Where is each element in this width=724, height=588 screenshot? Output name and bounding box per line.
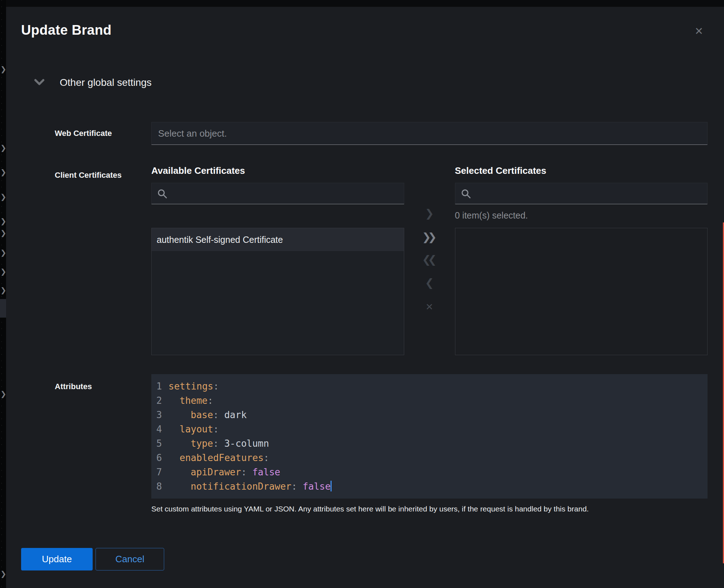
available-search-input[interactable] — [152, 183, 404, 204]
code-line: 5type: 3-column — [156, 436, 708, 451]
available-search-box — [151, 183, 404, 204]
chevron-right-icon: ❯ — [0, 217, 6, 225]
chevron-right-icon: ❯ — [0, 390, 6, 397]
page-title: Update Brand — [21, 22, 112, 38]
update-button[interactable]: Update — [21, 548, 93, 570]
chevron-right-icon: ❯ — [0, 570, 6, 577]
chevron-right-icon: ❯ — [0, 286, 6, 294]
chevron-right-icon: ❯ — [0, 168, 6, 176]
selected-status: 0 item(s) selected. — [455, 210, 708, 221]
selected-pane: Selected Certificates 0 item(s) selected… — [455, 165, 708, 355]
transfer-controls: ❯❯❯❮❮❮✕ — [404, 165, 455, 355]
brand-form: Web Certificate Client Certificates Avai… — [55, 122, 708, 514]
move-all-left-button[interactable]: ❮❮ — [419, 253, 440, 266]
code-line: 4layout: — [156, 422, 708, 436]
attributes-field: 1settings:2theme:3base: dark4layout:5typ… — [151, 374, 708, 514]
chevron-right-icon: ❯ — [0, 229, 6, 236]
section-toggle-other-global-settings[interactable]: Other global settings — [34, 77, 152, 88]
selected-certificates-header: Selected Certificates — [455, 165, 708, 176]
web-certificate-input[interactable] — [151, 122, 708, 145]
close-icon: ✕ — [695, 25, 703, 37]
available-list[interactable]: authentik Self-signed Certificate — [151, 228, 404, 355]
section-label: Other global settings — [60, 77, 152, 88]
available-certificates-header: Available Certificates — [151, 165, 404, 176]
close-button[interactable]: ✕ — [695, 26, 703, 36]
chevron-right-icon: ❯ — [0, 268, 6, 275]
chevron-down-icon — [34, 79, 45, 87]
code-line: 1settings: — [156, 379, 708, 393]
move-selected-left-button[interactable]: ❮ — [419, 276, 440, 289]
selected-list[interactable] — [455, 228, 708, 355]
chevron-right-icon: ❯ — [0, 144, 6, 151]
code-line: 2theme: — [156, 393, 708, 408]
modal-footer: Update Cancel — [21, 548, 708, 570]
attributes-row: Attributes 1settings:2theme:3base: dark4… — [55, 374, 708, 514]
web-certificate-row: Web Certificate — [55, 122, 708, 145]
modal-header: Update Brand ✕ — [21, 22, 708, 38]
chevron-right-icon: ❯ — [0, 193, 6, 200]
client-certificates-row: Client Certificates Available Certificat… — [55, 165, 708, 355]
code-line: 6enabledFeatures: — [156, 451, 708, 465]
update-brand-modal: Update Brand ✕ Other global settings Web… — [6, 7, 724, 588]
attributes-help-text: Set custom attributes using YAML or JSON… — [151, 504, 708, 514]
code-line: 3base: dark — [156, 408, 708, 422]
attributes-editor-code[interactable]: 1settings:2theme:3base: dark4layout:5typ… — [151, 374, 708, 499]
cancel-button[interactable]: Cancel — [96, 548, 164, 570]
certificate-list-item[interactable]: authentik Self-signed Certificate — [152, 228, 404, 251]
remove-all-button[interactable]: ✕ — [419, 300, 440, 313]
move-all-right-button[interactable]: ❯❯ — [419, 231, 440, 244]
available-pane: Available Certificates authentik Self-si… — [151, 165, 404, 355]
dual-list-selector: Available Certificates authentik Self-si… — [151, 165, 708, 355]
move-selected-right-button[interactable]: ❯ — [419, 207, 440, 220]
selected-search-box — [455, 183, 708, 204]
code-line: 7apiDrawer: false — [156, 465, 708, 479]
text-cursor — [331, 481, 332, 491]
chevron-right-icon: ❯ — [0, 65, 6, 73]
web-certificate-label: Web Certificate — [55, 129, 151, 138]
attributes-label: Attributes — [55, 374, 151, 514]
code-line: 8notificationDrawer: false — [156, 479, 708, 494]
client-certificates-label: Client Certificates — [55, 165, 151, 355]
chevron-right-icon: ❯ — [0, 249, 6, 256]
sidebar-highlighted-row — [0, 299, 6, 318]
selected-search-input[interactable] — [455, 183, 708, 204]
background-sidebar: ❯❯❯❯❯❯❯❯❯❯❯ — [0, 0, 6, 588]
